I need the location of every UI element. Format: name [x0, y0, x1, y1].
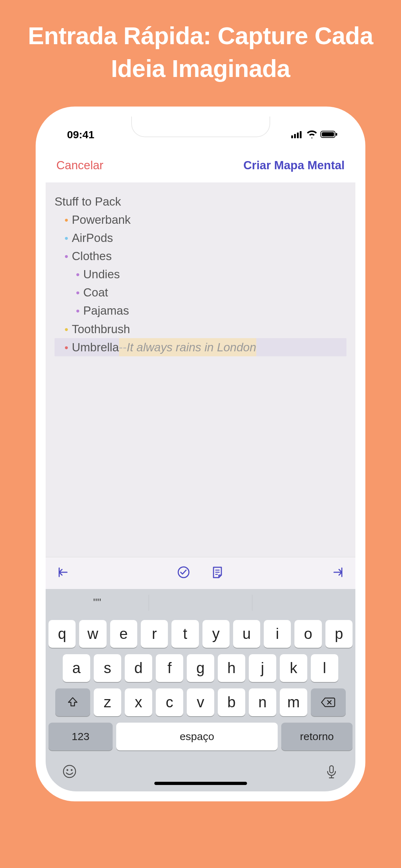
checkmark-circle-icon[interactable]	[176, 565, 191, 581]
key-f[interactable]: f	[156, 654, 183, 682]
list-item: •Toothbrush	[55, 320, 346, 338]
key-l[interactable]: l	[311, 654, 338, 682]
backspace-key[interactable]	[311, 688, 346, 716]
key-x[interactable]: x	[125, 688, 152, 716]
return-key[interactable]: retorno	[281, 723, 353, 750]
key-i[interactable]: i	[264, 620, 291, 648]
nav-bar: Cancelar Criar Mapa Mental	[46, 149, 355, 182]
indent-icon[interactable]	[331, 565, 345, 581]
svg-rect-2	[297, 133, 299, 138]
key-q[interactable]: q	[48, 620, 76, 648]
numbers-key[interactable]: 123	[48, 723, 113, 750]
suggestion[interactable]	[149, 595, 252, 611]
svg-rect-14	[330, 766, 333, 773]
svg-point-13	[71, 769, 73, 771]
suggestion-bar: ""	[46, 589, 355, 617]
suggestion[interactable]: ""	[46, 595, 149, 611]
keyboard: "" q w e r t y u i o p a s d f g	[46, 589, 355, 791]
key-h[interactable]: h	[218, 654, 245, 682]
svg-rect-5	[322, 132, 334, 136]
key-m[interactable]: m	[280, 688, 307, 716]
shift-icon	[66, 696, 79, 709]
svg-rect-3	[300, 131, 302, 138]
list-item: •AirPods	[55, 229, 346, 247]
space-key[interactable]: espaço	[116, 723, 278, 750]
emoji-icon[interactable]	[62, 764, 77, 781]
notch	[131, 117, 270, 137]
note-icon[interactable]	[210, 565, 225, 581]
list-item-selected: •Umbrella -- It always rains in London	[55, 338, 346, 356]
key-j[interactable]: j	[249, 654, 276, 682]
key-v[interactable]: v	[187, 688, 214, 716]
list-item: •Pajamas	[55, 301, 346, 320]
key-a[interactable]: a	[63, 654, 90, 682]
cancel-button[interactable]: Cancelar	[56, 159, 103, 172]
key-b[interactable]: b	[218, 688, 245, 716]
key-c[interactable]: c	[156, 688, 183, 716]
home-indicator	[154, 782, 247, 785]
text-editor[interactable]: Stuff to Pack •Powerbank •AirPods •Cloth…	[46, 182, 355, 557]
list-item: •Clothes	[55, 247, 346, 265]
key-t[interactable]: t	[171, 620, 199, 648]
key-o[interactable]: o	[294, 620, 322, 648]
key-r[interactable]: r	[141, 620, 168, 648]
list-item: •Undies	[55, 265, 346, 283]
key-d[interactable]: d	[125, 654, 152, 682]
svg-point-12	[67, 769, 68, 771]
key-k[interactable]: k	[280, 654, 307, 682]
key-n[interactable]: n	[249, 688, 276, 716]
wifi-icon	[306, 129, 318, 141]
outdent-icon[interactable]	[56, 565, 70, 581]
list-item: •Powerbank	[55, 211, 346, 229]
svg-rect-0	[291, 135, 293, 138]
key-z[interactable]: z	[94, 688, 121, 716]
svg-point-11	[63, 765, 76, 777]
backspace-icon	[321, 697, 336, 708]
key-u[interactable]: u	[233, 620, 260, 648]
list-item: •Coat	[55, 283, 346, 301]
svg-rect-6	[336, 133, 337, 136]
svg-rect-1	[294, 134, 296, 138]
phone-screen: 09:41 Cancelar Criar Mapa Mental Stuff t…	[46, 117, 355, 791]
cellular-icon	[291, 129, 303, 141]
key-g[interactable]: g	[187, 654, 214, 682]
promo-headline: Entrada Rápida: Capture Cada Ideia Imagi…	[28, 20, 373, 85]
status-time: 09:41	[67, 129, 94, 141]
create-mindmap-button[interactable]: Criar Mapa Mental	[243, 159, 345, 172]
shift-key[interactable]	[55, 688, 90, 716]
suggestion[interactable]	[252, 595, 355, 611]
battery-icon	[320, 129, 338, 141]
phone-frame: 09:41 Cancelar Criar Mapa Mental Stuff t…	[36, 107, 365, 801]
editor-toolbar	[46, 557, 355, 589]
key-e[interactable]: e	[110, 620, 137, 648]
key-p[interactable]: p	[325, 620, 353, 648]
key-s[interactable]: s	[94, 654, 121, 682]
key-w[interactable]: w	[79, 620, 106, 648]
key-y[interactable]: y	[202, 620, 230, 648]
mic-icon[interactable]	[324, 764, 339, 781]
outline-title: Stuff to Pack	[55, 192, 346, 211]
